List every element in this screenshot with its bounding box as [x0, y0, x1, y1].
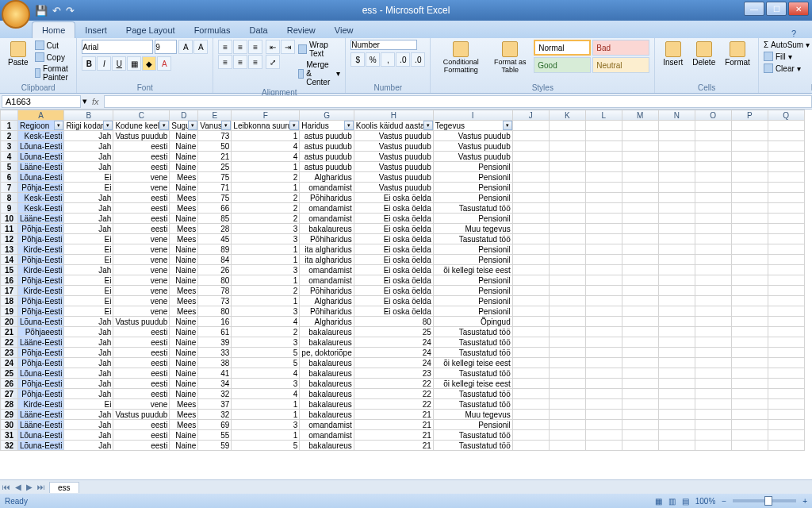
cell[interactable] — [731, 441, 768, 451]
cell[interactable]: 22 — [354, 389, 433, 399]
cell[interactable] — [658, 317, 695, 327]
cell[interactable] — [731, 265, 768, 275]
cell[interactable] — [549, 141, 585, 152]
col-header-I[interactable]: I — [433, 110, 512, 121]
cell[interactable]: 4 — [232, 317, 300, 327]
cell[interactable] — [585, 255, 622, 265]
cell[interactable] — [768, 410, 804, 420]
cell[interactable]: Kirde-Eesti — [18, 286, 64, 296]
row-header-28[interactable]: 28 — [1, 399, 18, 410]
cell[interactable]: Naine — [170, 379, 198, 389]
spreadsheet-grid[interactable]: ABCDEFGHIJKLMNOPQ1Regioon▾Riigi kodanik▾… — [0, 110, 812, 479]
cell[interactable] — [512, 368, 549, 379]
filter-dropdown-icon[interactable]: ▾ — [54, 121, 63, 130]
cell[interactable] — [512, 327, 549, 337]
cell[interactable] — [731, 410, 768, 420]
cell[interactable] — [768, 430, 804, 441]
cell[interactable] — [512, 131, 549, 141]
cell[interactable] — [585, 121, 622, 131]
cell[interactable]: Ei — [64, 172, 113, 183]
cell[interactable]: 59 — [198, 441, 232, 451]
cell[interactable]: omandamist — [300, 420, 354, 430]
cell[interactable] — [512, 121, 549, 131]
cell[interactable]: eesti — [113, 337, 170, 348]
cell[interactable] — [622, 121, 658, 131]
cell[interactable]: omandamist — [300, 430, 354, 441]
col-header-O[interactable]: O — [695, 110, 731, 121]
cell[interactable]: astus puudub — [300, 162, 354, 172]
conditional-formatting-button[interactable]: Conditional Formatting — [435, 40, 486, 75]
cell[interactable]: Põhja-Eesti — [18, 234, 64, 244]
cell[interactable] — [622, 214, 658, 224]
cell[interactable]: Naine — [170, 131, 198, 141]
cell[interactable] — [768, 203, 804, 214]
row-header-14[interactable]: 14 — [1, 255, 18, 265]
cell[interactable] — [512, 358, 549, 368]
cell[interactable] — [622, 193, 658, 203]
cell[interactable]: Kirde-Eesti — [18, 399, 64, 410]
cell[interactable]: 28 — [198, 224, 232, 234]
cell[interactable] — [622, 389, 658, 399]
cell[interactable] — [768, 348, 804, 358]
cell[interactable] — [695, 368, 731, 379]
cell[interactable] — [549, 306, 585, 317]
last-sheet-button[interactable]: ⏭ — [35, 483, 48, 491]
underline-button[interactable]: U — [112, 56, 126, 71]
cell[interactable] — [512, 193, 549, 203]
cell[interactable]: Mees — [170, 420, 198, 430]
cell[interactable]: Tasustatud töö — [433, 348, 512, 358]
cell[interactable] — [549, 368, 585, 379]
cell[interactable] — [549, 358, 585, 368]
cell[interactable]: Õpingud — [433, 317, 512, 327]
cell[interactable]: omandamist — [300, 203, 354, 214]
cell[interactable]: vene — [113, 244, 170, 255]
cell[interactable]: 85 — [198, 214, 232, 224]
cell[interactable] — [512, 286, 549, 296]
cell[interactable]: Pensionil — [433, 183, 512, 193]
cell[interactable] — [549, 265, 585, 275]
cell[interactable]: eesti — [113, 348, 170, 358]
delete-cells-button[interactable]: Delete — [689, 40, 718, 68]
minimize-button[interactable]: — — [744, 2, 764, 16]
cell[interactable] — [549, 131, 585, 141]
cell[interactable] — [731, 348, 768, 358]
row-header-17[interactable]: 17 — [1, 286, 18, 296]
cell[interactable] — [512, 306, 549, 317]
decrease-indent-button[interactable]: ⇤ — [266, 40, 280, 54]
cell[interactable]: Ei — [64, 399, 113, 410]
cell[interactable]: Tasustatud töö — [433, 337, 512, 348]
cell[interactable]: 3 — [232, 224, 300, 234]
cell[interactable]: Ei oska öelda — [354, 234, 433, 244]
cell[interactable] — [549, 327, 585, 337]
cell[interactable]: Jah — [64, 348, 113, 358]
cell[interactable] — [549, 348, 585, 358]
cell[interactable]: Kirde-Eesti — [18, 244, 64, 255]
cell[interactable]: Ei — [64, 296, 113, 306]
cell[interactable]: Naine — [170, 141, 198, 152]
font-name-select[interactable] — [82, 40, 153, 54]
filter-dropdown-icon[interactable]: ▾ — [159, 121, 169, 130]
cell[interactable] — [622, 244, 658, 255]
cell[interactable]: Põhiharidus — [300, 306, 354, 317]
cell[interactable]: Naine — [170, 337, 198, 348]
cell[interactable] — [731, 193, 768, 203]
cell[interactable] — [549, 172, 585, 183]
cell[interactable] — [731, 172, 768, 183]
cell[interactable] — [549, 121, 585, 131]
cell[interactable] — [549, 152, 585, 162]
cell[interactable] — [658, 399, 695, 410]
cell[interactable] — [549, 389, 585, 399]
cell[interactable] — [622, 172, 658, 183]
filter-dropdown-icon[interactable]: ▾ — [103, 121, 113, 130]
cell[interactable]: 4 — [232, 389, 300, 399]
cell[interactable] — [585, 389, 622, 399]
cell[interactable]: Algharidus — [300, 317, 354, 327]
cell[interactable] — [585, 399, 622, 410]
cell[interactable]: 4 — [232, 368, 300, 379]
cell[interactable] — [585, 410, 622, 420]
cell[interactable]: Ei oska öelda — [354, 296, 433, 306]
cell[interactable]: 80 — [198, 306, 232, 317]
cell[interactable]: eesti — [113, 379, 170, 389]
row-header-7[interactable]: 7 — [1, 183, 18, 193]
row-header-12[interactable]: 12 — [1, 234, 18, 244]
